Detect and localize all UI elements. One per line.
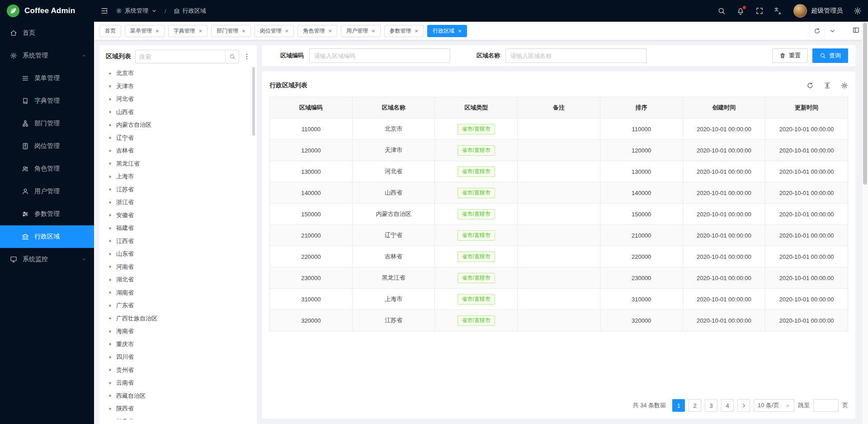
caret-right-icon[interactable] [108, 238, 113, 243]
tree-item[interactable]: 陕西省 [106, 402, 250, 415]
layout-toggle-icon[interactable] [852, 26, 860, 34]
caret-right-icon[interactable] [108, 97, 113, 102]
tree-item[interactable]: 湖北省 [106, 273, 250, 286]
tree-scrollbar[interactable] [252, 66, 256, 421]
translate-icon[interactable]: 文A [774, 7, 783, 15]
bell-icon[interactable] [736, 7, 745, 15]
caret-right-icon[interactable] [108, 393, 113, 398]
page-button-1[interactable]: 1 [672, 399, 685, 412]
caret-right-icon[interactable] [108, 71, 113, 76]
tree-item[interactable]: 浙江省 [106, 196, 250, 209]
caret-right-icon[interactable] [108, 135, 113, 140]
tree-item[interactable]: 上海市 [106, 170, 250, 183]
refresh-tabs-button[interactable] [809, 22, 825, 40]
caret-right-icon[interactable] [108, 329, 113, 334]
tree-item[interactable]: 四川省 [106, 351, 250, 364]
sidebar-item-post-management[interactable]: 岗位管理 [0, 135, 94, 157]
caret-right-icon[interactable] [108, 264, 113, 269]
tab-actions-dropdown[interactable] [825, 22, 840, 40]
caret-right-icon[interactable] [108, 367, 113, 372]
user-menu[interactable]: 超级管理员 [793, 4, 843, 18]
close-icon[interactable]: × [242, 28, 245, 34]
sidebar-item-dept-management[interactable]: 部门管理 [0, 112, 94, 135]
close-icon[interactable]: × [458, 28, 462, 34]
tree-item[interactable]: 山西省 [106, 106, 250, 119]
tree-item[interactable]: 河北省 [106, 93, 250, 106]
tab-menu-management[interactable]: 菜单管理× [125, 25, 165, 37]
tree-item[interactable]: 江西省 [106, 235, 250, 248]
caret-right-icon[interactable] [108, 290, 113, 295]
caret-right-icon[interactable] [108, 187, 113, 192]
next-page-button[interactable] [737, 399, 750, 412]
caret-right-icon[interactable] [108, 406, 113, 411]
table-row[interactable]: 210000辽宁省省市/直辖市2100002020-10-01 00:00:00… [270, 225, 848, 246]
tree-item[interactable]: 重庆市 [106, 338, 250, 351]
tab-region[interactable]: 行政区域× [427, 25, 467, 37]
settings-gear-icon[interactable] [854, 7, 862, 15]
table-row[interactable]: 230000黑龙江省省市/直辖市2300002020-10-01 00:00:0… [270, 267, 848, 289]
jump-page-input[interactable] [813, 399, 839, 412]
table-row[interactable]: 320000江苏省省市/直辖市3200002020-10-01 00:00:00… [270, 310, 848, 331]
caret-right-icon[interactable] [108, 226, 113, 231]
table-row[interactable]: 110000北京市省市/直辖市1100002020-10-01 00:00:00… [270, 119, 848, 140]
table-row[interactable]: 310000上海市省市/直辖市3100002020-10-01 00:00:00… [270, 289, 848, 310]
caret-right-icon[interactable] [108, 342, 113, 347]
caret-right-icon[interactable] [108, 200, 113, 205]
region-name-input[interactable] [505, 48, 646, 63]
sidebar-item-role-management[interactable]: 角色管理 [0, 157, 94, 180]
reset-button[interactable]: 重置 [772, 48, 808, 63]
page-size-select[interactable]: 10 条/页 [754, 399, 794, 412]
tree-item[interactable]: 吉林省 [106, 144, 250, 157]
tree-item[interactable]: 天津市 [106, 80, 250, 93]
fullscreen-icon[interactable] [755, 7, 764, 15]
tree-item[interactable]: 北京市 [106, 67, 250, 80]
table-row[interactable]: 130000河北省省市/直辖市1300002020-10-01 00:00:00… [270, 161, 848, 182]
tree-item[interactable]: 广西壮族自治区 [106, 312, 250, 325]
tab-role-management[interactable]: 角色管理× [297, 25, 337, 37]
table-row[interactable]: 220000吉林省省市/直辖市2200002020-10-01 00:00:00… [270, 246, 848, 267]
close-icon[interactable]: × [372, 28, 375, 34]
caret-right-icon[interactable] [108, 84, 113, 89]
tab-dict-management[interactable]: 字典管理× [168, 25, 208, 37]
caret-right-icon[interactable] [108, 252, 113, 257]
sidebar-item-system-monitor[interactable]: 系统监控 [0, 248, 94, 271]
close-icon[interactable]: × [156, 28, 159, 34]
breadcrumb-section[interactable]: 系统管理 [116, 7, 157, 15]
table-row[interactable]: 120000天津市省市/直辖市1200002020-10-01 00:00:00… [270, 140, 848, 161]
sidebar-item-home[interactable]: 首页 [0, 22, 94, 44]
refresh-table-button[interactable] [807, 82, 814, 89]
tree-item[interactable]: 贵州省 [106, 364, 250, 377]
tree-item[interactable]: 河南省 [106, 261, 250, 274]
tab-home[interactable]: 首页 [99, 25, 121, 37]
tree-search-input[interactable] [136, 53, 225, 60]
window-scrollbar-thumb[interactable] [863, 23, 867, 185]
sidebar-item-system-management[interactable]: 系统管理 [0, 44, 94, 67]
tree-item[interactable]: 内蒙古自治区 [106, 119, 250, 132]
close-icon[interactable]: × [285, 28, 289, 34]
menu-collapse-icon[interactable] [100, 7, 108, 15]
tab-param-management[interactable]: 参数管理× [384, 25, 424, 37]
page-button-3[interactable]: 3 [705, 399, 717, 412]
tree-item[interactable]: 广东省 [106, 299, 250, 312]
caret-right-icon[interactable] [108, 355, 113, 360]
column-settings-button[interactable] [841, 82, 848, 89]
query-button[interactable]: 查询 [812, 48, 848, 63]
tab-post-management[interactable]: 岗位管理× [255, 25, 294, 37]
page-button-2[interactable]: 2 [689, 399, 701, 412]
page-button-4[interactable]: 4 [721, 399, 734, 412]
caret-right-icon[interactable] [108, 277, 113, 282]
tab-user-management[interactable]: 用户管理× [341, 25, 381, 37]
row-height-button[interactable] [824, 82, 831, 89]
caret-right-icon[interactable] [108, 303, 113, 308]
caret-right-icon[interactable] [108, 419, 113, 419]
tree-menu-button[interactable] [243, 53, 250, 60]
tree-item[interactable]: 辽宁省 [106, 132, 250, 145]
tree-item[interactable]: 福建省 [106, 222, 250, 235]
tree-item[interactable]: 海南省 [106, 325, 250, 338]
caret-right-icon[interactable] [108, 123, 113, 128]
tree-item[interactable]: 甘肃省 [106, 415, 250, 420]
tab-dept-management[interactable]: 部门管理× [211, 25, 251, 37]
sidebar-item-param-management[interactable]: 参数管理 [0, 203, 94, 225]
close-icon[interactable]: × [415, 28, 419, 34]
tree-item[interactable]: 江苏省 [106, 183, 250, 196]
